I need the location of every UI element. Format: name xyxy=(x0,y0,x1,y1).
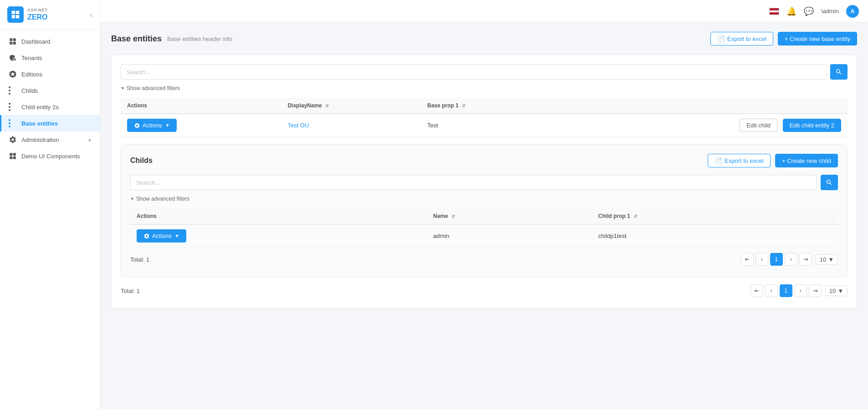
sidebar-item-dashboard-label: Dashboard xyxy=(21,38,51,45)
editions-icon xyxy=(9,70,17,78)
col-baseprop1-label: Base prop 1 xyxy=(427,102,459,109)
logo-svg xyxy=(10,10,20,20)
sidebar-collapse-icon[interactable]: ‹ xyxy=(90,10,92,20)
sidebar-item-tenants-label: Tenants xyxy=(21,55,42,61)
excel-icon: 📄 xyxy=(717,35,725,42)
childs-section: Childs 📄 Export to excel + Create new ch… xyxy=(121,144,848,277)
displayname-sort-icon[interactable]: ⇵ xyxy=(325,103,329,108)
sidebar-item-administration-label: Administration xyxy=(21,136,59,143)
gear-icon xyxy=(134,122,140,129)
page-title: Base entities xyxy=(111,34,162,44)
search-icon xyxy=(835,68,842,76)
sidebar-item-dashboard[interactable]: Dashboard xyxy=(0,33,100,50)
childs-table-header: Actions Name ⇵ Child prop 1 ⇵ xyxy=(130,208,838,224)
col-actions-label: Actions xyxy=(127,102,147,109)
main-table-body: Actions ▼ Test OU Test Edit chil xyxy=(121,114,848,137)
childs-search-button[interactable] xyxy=(821,175,838,190)
childs-col-name-label: Name xyxy=(433,213,448,219)
childs-section-header: Childs 📄 Export to excel + Create new ch… xyxy=(130,154,838,167)
main-first-page-button[interactable]: ⇤ xyxy=(751,284,763,297)
row-baseprop1-cell: Test xyxy=(421,114,552,137)
name-sort-icon[interactable]: ⇵ xyxy=(451,214,455,219)
main-last-page-button[interactable]: ⇥ xyxy=(809,284,822,297)
svg-rect-3 xyxy=(13,42,16,45)
childs-last-page-button[interactable]: ⇥ xyxy=(799,253,812,266)
top-header: 🔔 💬 \admin A xyxy=(100,0,868,23)
sidebar-item-demo-ui-label: Demo UI Components xyxy=(21,153,80,160)
svg-rect-7 xyxy=(13,157,16,159)
export-excel-label: Export to excel xyxy=(727,35,766,42)
main-total-label: Total: 1 xyxy=(121,288,140,294)
sidebar-item-base-entities[interactable]: Base entities xyxy=(0,115,100,131)
sidebar-nav: Dashboard Tenants Editions Childs Child xyxy=(0,30,100,409)
childs-search-input[interactable] xyxy=(130,175,817,190)
svg-rect-0 xyxy=(10,38,12,41)
edit-child-entity2-button[interactable]: Edit child entity 2 xyxy=(783,119,841,132)
childs-actions-caret-icon: ▼ xyxy=(175,233,179,238)
main-search-row xyxy=(121,64,848,80)
create-new-base-entity-button[interactable]: + Create new base entity xyxy=(778,32,857,45)
main-prev-page-button[interactable]: ‹ xyxy=(765,284,778,297)
childs-row-actions-label: Actions xyxy=(152,232,172,239)
row-actions-button[interactable]: Actions ▼ xyxy=(127,119,177,132)
main-table: Actions DisplayName ⇵ Base prop 1 ⇵ xyxy=(121,98,848,137)
main-card: Show advanced filters Actions DisplayNam… xyxy=(111,55,857,308)
col-displayname: DisplayName ⇵ xyxy=(281,98,421,114)
childs-row-childprop1: childp1test xyxy=(598,232,627,239)
main-search-input[interactable] xyxy=(121,64,827,80)
main-page-size-select[interactable]: 10 ▼ xyxy=(825,286,848,296)
sidebar-item-childs[interactable]: Childs xyxy=(0,82,100,99)
language-flag-icon[interactable] xyxy=(769,8,779,15)
page-header: Base entities Base entities header info … xyxy=(111,32,857,45)
childs-export-excel-button[interactable]: 📄 Export to excel xyxy=(708,154,771,167)
chat-icon[interactable]: 💬 xyxy=(804,6,814,16)
sidebar-item-childs-label: Childs xyxy=(21,87,38,94)
edit-child-label: Edit child xyxy=(746,122,771,129)
export-excel-button[interactable]: 📄 Export to excel xyxy=(710,32,773,45)
sidebar-item-administration[interactable]: Administration ► xyxy=(0,131,100,148)
childs-col-actions-label: Actions xyxy=(137,213,157,219)
childs-search-icon xyxy=(826,179,833,186)
childs-section-actions: 📄 Export to excel + Create new child xyxy=(708,154,838,167)
sidebar-item-demo-ui[interactable]: Demo UI Components xyxy=(0,148,100,164)
childs-page-size-select[interactable]: 10 ▼ xyxy=(816,254,838,265)
main-page-1-button[interactable]: 1 xyxy=(780,284,792,297)
edit-child-button[interactable]: Edit child xyxy=(740,119,777,132)
svg-rect-1 xyxy=(13,38,16,41)
main-next-page-button[interactable]: › xyxy=(794,284,807,297)
edit-child-entity2-label: Edit child entity 2 xyxy=(790,122,834,129)
childs-table-body: Actions ▼ admin childp1test xyxy=(130,224,838,247)
childs-first-page-button[interactable]: ⇤ xyxy=(741,253,754,266)
childs-col-childprop1-label: Child prop 1 xyxy=(598,213,630,219)
main-search-button[interactable] xyxy=(830,64,848,80)
childs-row-actions-button[interactable]: Actions ▼ xyxy=(137,229,186,242)
childs-page-size-caret: ▼ xyxy=(828,256,834,263)
childs-gear-icon xyxy=(143,233,150,239)
childs-prev-page-button[interactable]: ‹ xyxy=(756,253,768,266)
actions-caret-icon: ▼ xyxy=(165,123,170,128)
childs-advanced-filters-toggle[interactable]: Show advanced filters xyxy=(130,196,838,202)
main-advanced-filters-toggle[interactable]: Show advanced filters xyxy=(121,85,848,91)
childs-create-new-button[interactable]: + Create new child xyxy=(775,154,838,167)
child-entity-icon xyxy=(9,103,17,111)
svg-rect-4 xyxy=(10,153,12,156)
childprop1-sort-icon[interactable]: ⇵ xyxy=(633,214,637,219)
childs-pagination: ⇤ ‹ 1 › ⇥ 10 ▼ xyxy=(741,253,838,266)
childs-next-page-button[interactable]: › xyxy=(785,253,797,266)
sidebar: ASP.NET ZERO ‹ Dashboard Tenants Edition… xyxy=(0,0,100,409)
logo-asp: ASP.NET xyxy=(27,8,48,13)
baseprop1-sort-icon[interactable]: ⇵ xyxy=(462,103,465,108)
notification-icon[interactable]: 🔔 xyxy=(786,6,797,16)
sidebar-item-editions-label: Editions xyxy=(21,71,42,78)
sidebar-item-child-entity-2s[interactable]: Child entity 2s xyxy=(0,99,100,115)
sidebar-item-editions[interactable]: Editions xyxy=(0,66,100,82)
childs-row-name: admin xyxy=(433,232,449,239)
childs-page-1-button[interactable]: 1 xyxy=(770,253,783,266)
logo-text: ASP.NET ZERO xyxy=(27,8,48,21)
main-pagination: ⇤ ‹ 1 › ⇥ 10 ▼ xyxy=(751,284,848,297)
svg-rect-2 xyxy=(10,42,12,45)
sidebar-item-tenants[interactable]: Tenants xyxy=(0,50,100,66)
childs-icon xyxy=(9,86,17,95)
avatar[interactable]: A xyxy=(846,5,859,18)
table-row: Actions ▼ Test OU Test Edit chil xyxy=(121,114,848,137)
